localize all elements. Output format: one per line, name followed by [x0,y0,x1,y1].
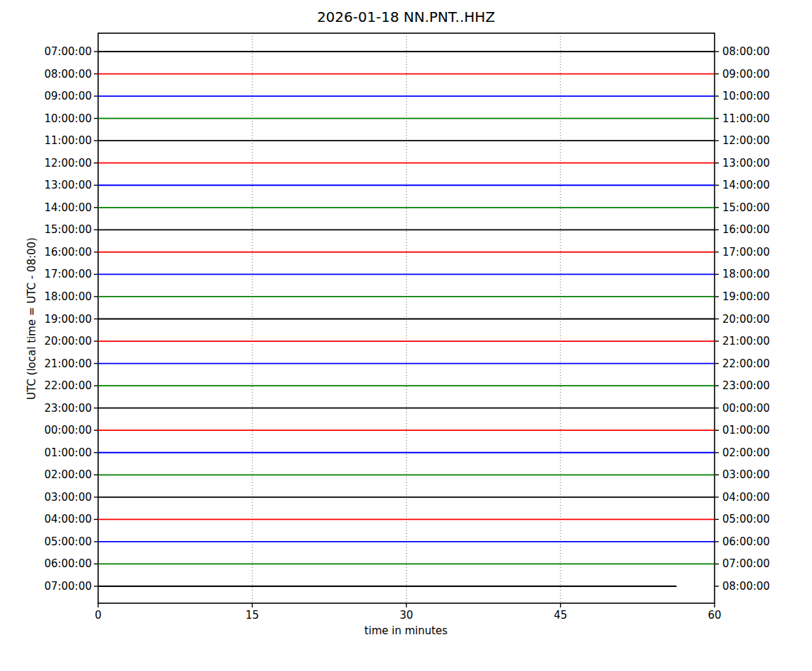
y-tick-label-utc: 01:00:00 [44,447,92,458]
y-tick-label-utc: 17:00:00 [44,269,92,280]
y-tick-label-utc: 12:00:00 [44,158,92,168]
x-axis-label: time in minutes [364,624,448,637]
y-tick-label-utc: 19:00:00 [44,314,92,324]
y-tick-label-utc: 04:00:00 [44,514,92,525]
y-tick-label-utc: 21:00:00 [44,358,92,369]
y-tick-label-utc: 14:00:00 [44,202,92,213]
y-tick-label-local: 15:00:00 [722,202,770,213]
y-tick-label-local: 07:00:00 [722,559,770,569]
y-tick-label-local: 10:00:00 [722,91,770,102]
y-tick-label-local: 11:00:00 [722,113,770,124]
y-tick-label-utc: 06:00:00 [44,559,92,569]
x-tick-label: 60 [707,610,721,621]
x-tick-label: 15 [246,610,259,621]
y-tick-label-local: 02:00:00 [722,447,770,458]
y-tick-label-utc: 15:00:00 [44,225,92,235]
y-tick-label-local: 21:00:00 [722,336,770,347]
x-tick-label: 0 [95,610,102,621]
y-tick-label-local: 22:00:00 [722,358,770,369]
y-tick-label-utc: 07:00:00 [44,581,92,592]
y-tick-label-utc: 08:00:00 [44,69,92,79]
helicorder-figure: 2026-01-18 NN.PNT..HHZ UTC (local time =… [0,0,812,671]
y-tick-label-utc: 07:00:00 [44,47,92,57]
y-tick-label-local: 09:00:00 [722,69,770,79]
plot-canvas [0,0,812,671]
y-tick-label-utc: 16:00:00 [44,247,92,257]
x-tick-label: 30 [400,610,413,621]
y-tick-label-local: 19:00:00 [722,291,770,302]
x-tick-label: 45 [554,610,567,621]
y-tick-label-utc: 18:00:00 [44,291,92,302]
y-tick-label-local: 23:00:00 [722,381,770,391]
y-tick-label-utc: 10:00:00 [44,113,92,124]
y-tick-label-utc: 00:00:00 [44,425,92,436]
y-tick-label-utc: 09:00:00 [44,91,92,102]
y-tick-label-local: 08:00:00 [722,581,770,592]
y-tick-label-local: 06:00:00 [722,536,770,547]
y-tick-label-utc: 13:00:00 [44,180,92,191]
y-tick-label-utc: 05:00:00 [44,536,92,547]
y-tick-label-utc: 22:00:00 [44,381,92,391]
y-tick-label-local: 05:00:00 [722,514,770,525]
y-tick-label-local: 04:00:00 [722,492,770,502]
y-tick-label-utc: 11:00:00 [44,136,92,146]
y-tick-label-local: 14:00:00 [722,180,770,191]
y-tick-label-local: 12:00:00 [722,136,770,146]
y-tick-label-local: 16:00:00 [722,225,770,235]
y-tick-label-local: 00:00:00 [722,403,770,413]
y-tick-label-utc: 02:00:00 [44,470,92,480]
y-tick-label-local: 18:00:00 [722,269,770,280]
y-tick-label-local: 01:00:00 [722,425,770,436]
y-tick-label-utc: 23:00:00 [44,403,92,413]
y-tick-label-utc: 20:00:00 [44,336,92,347]
y-tick-label-local: 17:00:00 [722,247,770,257]
y-tick-label-utc: 03:00:00 [44,492,92,502]
y-tick-label-local: 20:00:00 [722,314,770,324]
y-tick-label-local: 03:00:00 [722,470,770,480]
y-tick-label-local: 13:00:00 [722,158,770,168]
y-tick-label-local: 08:00:00 [722,47,770,57]
